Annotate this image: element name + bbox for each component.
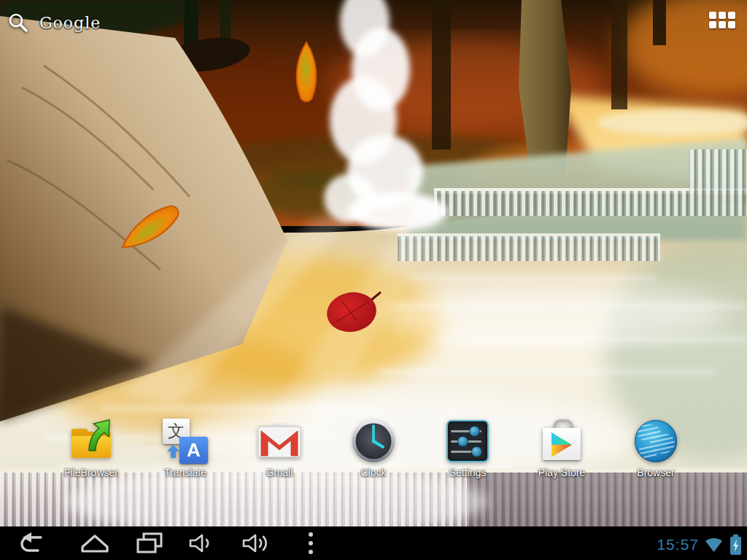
app-label: Gmail: [266, 467, 293, 478]
settings-icon: [445, 419, 490, 464]
recents-button[interactable]: [132, 529, 167, 558]
app-label: Settings: [449, 467, 487, 478]
app-label: FileBrowser: [64, 467, 118, 478]
status-time: 15:57: [657, 536, 699, 553]
magnifier-icon: [7, 12, 29, 34]
app-play-store[interactable]: Play Store: [517, 419, 606, 478]
status-cluster[interactable]: 15:57: [657, 531, 743, 559]
clock-icon: [351, 419, 396, 464]
translate-icon: 文 A: [163, 419, 208, 464]
app-translate[interactable]: 文 A Translate: [141, 419, 230, 478]
app-label: Clock: [360, 467, 386, 478]
volume-down-button[interactable]: [185, 529, 220, 558]
play-store-icon: [539, 419, 584, 464]
home-icon: [79, 531, 111, 556]
app-label: Translate: [164, 467, 206, 478]
back-icon: [16, 531, 45, 556]
recents-icon: [133, 531, 166, 556]
volume-up-icon: [241, 531, 273, 556]
menu-overflow-button[interactable]: [293, 529, 328, 558]
app-browser[interactable]: Browser: [611, 419, 700, 478]
app-label: Browser: [637, 467, 674, 478]
app-label: Play Store: [538, 467, 586, 478]
menu-overflow-icon: [302, 530, 320, 556]
apps-grid-icon[interactable]: [709, 12, 738, 34]
gmail-icon: [257, 419, 302, 464]
google-search-label: Google: [39, 14, 101, 32]
volume-down-icon: [187, 531, 217, 556]
browser-icon: [633, 419, 678, 464]
battery-charging-icon: [729, 534, 743, 556]
app-clock[interactable]: Clock: [329, 419, 418, 478]
app-filebrowser[interactable]: FileBrowser: [47, 419, 136, 478]
app-gmail[interactable]: Gmail: [235, 419, 324, 478]
home-button[interactable]: [77, 529, 112, 558]
google-search-widget[interactable]: Google: [7, 6, 226, 39]
app-settings[interactable]: Settings: [423, 419, 512, 478]
app-dock: FileBrowser 文 A Translate Gmail: [47, 419, 700, 478]
navigation-bar: [0, 526, 747, 560]
wifi-icon: [704, 536, 724, 553]
filebrowser-icon: [69, 419, 114, 464]
volume-up-button[interactable]: [239, 529, 274, 558]
back-button[interactable]: [13, 529, 48, 558]
